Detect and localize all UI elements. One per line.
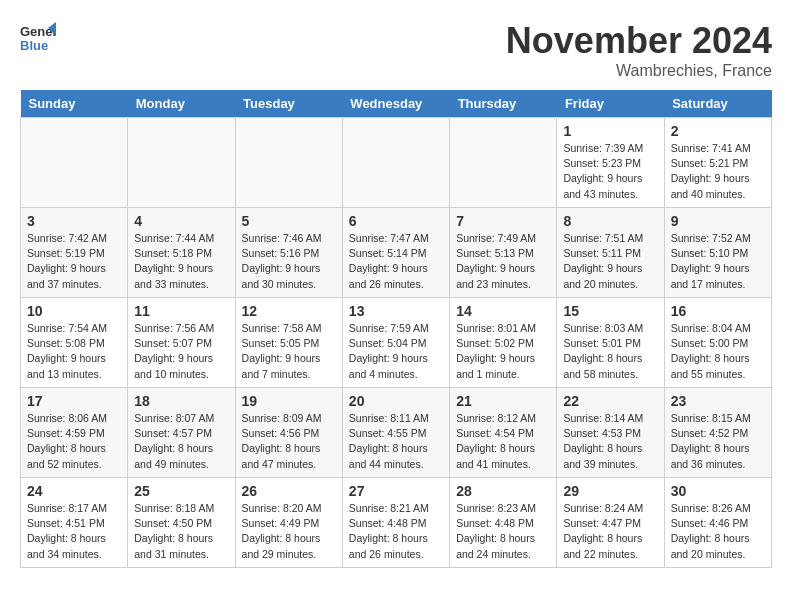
svg-text:Blue: Blue bbox=[20, 38, 48, 53]
calendar-week-1: 3Sunrise: 7:42 AM Sunset: 5:19 PM Daylig… bbox=[21, 208, 772, 298]
day-info: Sunrise: 7:51 AM Sunset: 5:11 PM Dayligh… bbox=[563, 231, 657, 292]
day-number: 15 bbox=[563, 303, 657, 319]
month-title: November 2024 bbox=[506, 20, 772, 62]
day-info: Sunrise: 8:15 AM Sunset: 4:52 PM Dayligh… bbox=[671, 411, 765, 472]
day-info: Sunrise: 7:54 AM Sunset: 5:08 PM Dayligh… bbox=[27, 321, 121, 382]
day-info: Sunrise: 8:24 AM Sunset: 4:47 PM Dayligh… bbox=[563, 501, 657, 562]
col-header-thursday: Thursday bbox=[450, 90, 557, 118]
calendar-cell bbox=[128, 118, 235, 208]
day-number: 7 bbox=[456, 213, 550, 229]
day-info: Sunrise: 8:20 AM Sunset: 4:49 PM Dayligh… bbox=[242, 501, 336, 562]
day-info: Sunrise: 8:06 AM Sunset: 4:59 PM Dayligh… bbox=[27, 411, 121, 472]
calendar-cell: 27Sunrise: 8:21 AM Sunset: 4:48 PM Dayli… bbox=[342, 478, 449, 568]
calendar-cell: 26Sunrise: 8:20 AM Sunset: 4:49 PM Dayli… bbox=[235, 478, 342, 568]
day-number: 29 bbox=[563, 483, 657, 499]
calendar-cell: 29Sunrise: 8:24 AM Sunset: 4:47 PM Dayli… bbox=[557, 478, 664, 568]
day-number: 27 bbox=[349, 483, 443, 499]
calendar-cell: 21Sunrise: 8:12 AM Sunset: 4:54 PM Dayli… bbox=[450, 388, 557, 478]
day-info: Sunrise: 7:47 AM Sunset: 5:14 PM Dayligh… bbox=[349, 231, 443, 292]
calendar-cell: 22Sunrise: 8:14 AM Sunset: 4:53 PM Dayli… bbox=[557, 388, 664, 478]
calendar-cell: 7Sunrise: 7:49 AM Sunset: 5:13 PM Daylig… bbox=[450, 208, 557, 298]
day-info: Sunrise: 7:41 AM Sunset: 5:21 PM Dayligh… bbox=[671, 141, 765, 202]
calendar-cell: 23Sunrise: 8:15 AM Sunset: 4:52 PM Dayli… bbox=[664, 388, 771, 478]
day-number: 18 bbox=[134, 393, 228, 409]
calendar-week-0: 1Sunrise: 7:39 AM Sunset: 5:23 PM Daylig… bbox=[21, 118, 772, 208]
calendar-cell bbox=[21, 118, 128, 208]
day-info: Sunrise: 8:11 AM Sunset: 4:55 PM Dayligh… bbox=[349, 411, 443, 472]
calendar-week-4: 24Sunrise: 8:17 AM Sunset: 4:51 PM Dayli… bbox=[21, 478, 772, 568]
day-info: Sunrise: 8:09 AM Sunset: 4:56 PM Dayligh… bbox=[242, 411, 336, 472]
day-info: Sunrise: 7:52 AM Sunset: 5:10 PM Dayligh… bbox=[671, 231, 765, 292]
col-header-friday: Friday bbox=[557, 90, 664, 118]
day-info: Sunrise: 8:01 AM Sunset: 5:02 PM Dayligh… bbox=[456, 321, 550, 382]
logo-icon: General Blue bbox=[20, 20, 56, 56]
calendar-cell bbox=[342, 118, 449, 208]
day-number: 3 bbox=[27, 213, 121, 229]
calendar-cell bbox=[235, 118, 342, 208]
calendar-cell: 14Sunrise: 8:01 AM Sunset: 5:02 PM Dayli… bbox=[450, 298, 557, 388]
day-number: 25 bbox=[134, 483, 228, 499]
day-number: 5 bbox=[242, 213, 336, 229]
day-number: 17 bbox=[27, 393, 121, 409]
calendar-cell: 18Sunrise: 8:07 AM Sunset: 4:57 PM Dayli… bbox=[128, 388, 235, 478]
calendar-cell: 16Sunrise: 8:04 AM Sunset: 5:00 PM Dayli… bbox=[664, 298, 771, 388]
day-number: 30 bbox=[671, 483, 765, 499]
day-number: 2 bbox=[671, 123, 765, 139]
day-number: 10 bbox=[27, 303, 121, 319]
day-number: 23 bbox=[671, 393, 765, 409]
day-number: 26 bbox=[242, 483, 336, 499]
logo: General Blue bbox=[20, 20, 60, 56]
calendar-cell: 10Sunrise: 7:54 AM Sunset: 5:08 PM Dayli… bbox=[21, 298, 128, 388]
calendar-table: SundayMondayTuesdayWednesdayThursdayFrid… bbox=[20, 90, 772, 568]
calendar-cell: 2Sunrise: 7:41 AM Sunset: 5:21 PM Daylig… bbox=[664, 118, 771, 208]
day-info: Sunrise: 8:04 AM Sunset: 5:00 PM Dayligh… bbox=[671, 321, 765, 382]
day-number: 20 bbox=[349, 393, 443, 409]
col-header-saturday: Saturday bbox=[664, 90, 771, 118]
calendar-cell: 12Sunrise: 7:58 AM Sunset: 5:05 PM Dayli… bbox=[235, 298, 342, 388]
calendar-cell: 24Sunrise: 8:17 AM Sunset: 4:51 PM Dayli… bbox=[21, 478, 128, 568]
calendar-week-3: 17Sunrise: 8:06 AM Sunset: 4:59 PM Dayli… bbox=[21, 388, 772, 478]
calendar-cell: 13Sunrise: 7:59 AM Sunset: 5:04 PM Dayli… bbox=[342, 298, 449, 388]
header: General Blue November 2024 Wambrechies, … bbox=[20, 20, 772, 80]
title-area: November 2024 Wambrechies, France bbox=[506, 20, 772, 80]
day-number: 13 bbox=[349, 303, 443, 319]
day-info: Sunrise: 7:59 AM Sunset: 5:04 PM Dayligh… bbox=[349, 321, 443, 382]
col-header-wednesday: Wednesday bbox=[342, 90, 449, 118]
calendar-cell: 3Sunrise: 7:42 AM Sunset: 5:19 PM Daylig… bbox=[21, 208, 128, 298]
day-info: Sunrise: 8:12 AM Sunset: 4:54 PM Dayligh… bbox=[456, 411, 550, 472]
calendar-cell: 8Sunrise: 7:51 AM Sunset: 5:11 PM Daylig… bbox=[557, 208, 664, 298]
day-number: 6 bbox=[349, 213, 443, 229]
day-info: Sunrise: 8:26 AM Sunset: 4:46 PM Dayligh… bbox=[671, 501, 765, 562]
day-info: Sunrise: 7:49 AM Sunset: 5:13 PM Dayligh… bbox=[456, 231, 550, 292]
day-info: Sunrise: 8:23 AM Sunset: 4:48 PM Dayligh… bbox=[456, 501, 550, 562]
day-info: Sunrise: 8:17 AM Sunset: 4:51 PM Dayligh… bbox=[27, 501, 121, 562]
calendar-cell: 6Sunrise: 7:47 AM Sunset: 5:14 PM Daylig… bbox=[342, 208, 449, 298]
col-header-sunday: Sunday bbox=[21, 90, 128, 118]
calendar-cell: 28Sunrise: 8:23 AM Sunset: 4:48 PM Dayli… bbox=[450, 478, 557, 568]
calendar-cell: 4Sunrise: 7:44 AM Sunset: 5:18 PM Daylig… bbox=[128, 208, 235, 298]
day-info: Sunrise: 8:14 AM Sunset: 4:53 PM Dayligh… bbox=[563, 411, 657, 472]
calendar-week-2: 10Sunrise: 7:54 AM Sunset: 5:08 PM Dayli… bbox=[21, 298, 772, 388]
day-info: Sunrise: 7:56 AM Sunset: 5:07 PM Dayligh… bbox=[134, 321, 228, 382]
day-info: Sunrise: 7:46 AM Sunset: 5:16 PM Dayligh… bbox=[242, 231, 336, 292]
day-number: 22 bbox=[563, 393, 657, 409]
day-info: Sunrise: 7:42 AM Sunset: 5:19 PM Dayligh… bbox=[27, 231, 121, 292]
day-info: Sunrise: 7:58 AM Sunset: 5:05 PM Dayligh… bbox=[242, 321, 336, 382]
day-info: Sunrise: 7:44 AM Sunset: 5:18 PM Dayligh… bbox=[134, 231, 228, 292]
day-info: Sunrise: 7:39 AM Sunset: 5:23 PM Dayligh… bbox=[563, 141, 657, 202]
day-number: 8 bbox=[563, 213, 657, 229]
calendar-cell: 17Sunrise: 8:06 AM Sunset: 4:59 PM Dayli… bbox=[21, 388, 128, 478]
day-number: 19 bbox=[242, 393, 336, 409]
day-number: 24 bbox=[27, 483, 121, 499]
day-number: 28 bbox=[456, 483, 550, 499]
day-number: 11 bbox=[134, 303, 228, 319]
calendar-cell: 11Sunrise: 7:56 AM Sunset: 5:07 PM Dayli… bbox=[128, 298, 235, 388]
day-number: 14 bbox=[456, 303, 550, 319]
day-number: 21 bbox=[456, 393, 550, 409]
day-info: Sunrise: 8:21 AM Sunset: 4:48 PM Dayligh… bbox=[349, 501, 443, 562]
calendar-cell: 9Sunrise: 7:52 AM Sunset: 5:10 PM Daylig… bbox=[664, 208, 771, 298]
calendar-cell bbox=[450, 118, 557, 208]
calendar-cell: 30Sunrise: 8:26 AM Sunset: 4:46 PM Dayli… bbox=[664, 478, 771, 568]
col-header-tuesday: Tuesday bbox=[235, 90, 342, 118]
calendar-cell: 1Sunrise: 7:39 AM Sunset: 5:23 PM Daylig… bbox=[557, 118, 664, 208]
